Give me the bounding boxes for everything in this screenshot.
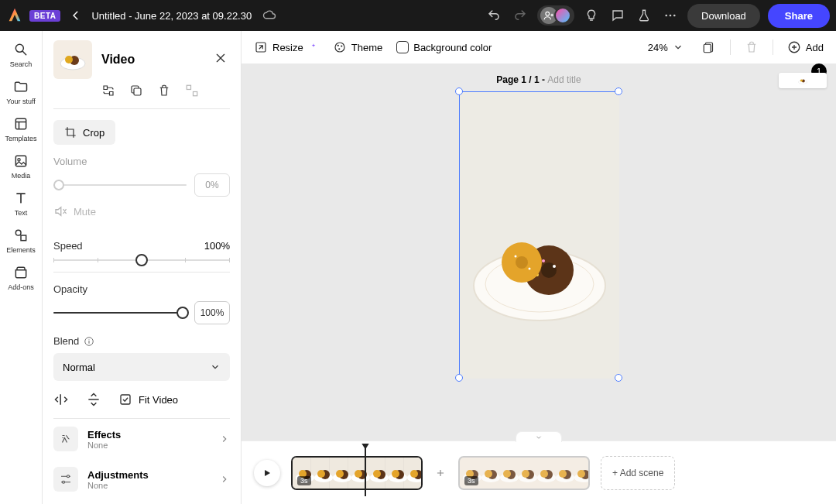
svg-point-33: [800, 79, 803, 81]
opacity-value[interactable]: 100%: [194, 301, 230, 324]
back-button[interactable]: [67, 6, 85, 25]
flip-vertical-icon[interactable]: [86, 392, 101, 407]
close-panel-button[interactable]: [214, 52, 230, 67]
timeline-clip[interactable]: 3s: [458, 456, 590, 490]
rail-addons[interactable]: Add-ons: [0, 265, 42, 291]
crop-button[interactable]: Crop: [53, 120, 115, 145]
resize-icon: [254, 40, 268, 54]
flip-horizontal-icon[interactable]: [53, 392, 69, 407]
svg-rect-9: [21, 235, 26, 241]
sparkle-icon: [308, 42, 319, 53]
replace-media-icon[interactable]: [101, 84, 117, 99]
timeline: 3s 3s: [242, 441, 836, 504]
svg-point-1: [665, 15, 667, 17]
plus-circle-icon: [787, 40, 801, 54]
rail-search[interactable]: Search: [0, 42, 42, 68]
rail-templates[interactable]: Templates: [0, 116, 42, 142]
theme-button[interactable]: Theme: [333, 40, 382, 54]
svg-point-25: [337, 45, 338, 46]
download-button[interactable]: Download: [687, 4, 760, 28]
add-label: Add: [806, 42, 824, 53]
chevron-down-icon: [673, 42, 684, 53]
panel-title: Video: [101, 53, 205, 67]
lightbulb-icon[interactable]: [582, 6, 601, 25]
collaborator-avatars[interactable]: [537, 5, 574, 26]
properties-panel: Video Crop Volume 0%: [43, 31, 242, 504]
document-title[interactable]: Untitled - June 22, 2023 at 09.22.30: [91, 10, 252, 22]
pages-icon[interactable]: [702, 40, 716, 54]
bg-color-button[interactable]: Background color: [396, 41, 492, 53]
rail-your-stuff[interactable]: Your stuff: [0, 79, 42, 105]
opacity-label: Opacity: [53, 283, 230, 295]
fit-video-button[interactable]: Fit Video: [118, 393, 178, 406]
timeline-play-button[interactable]: [254, 460, 280, 486]
adjustments-sub: None: [87, 481, 210, 490]
redo-button[interactable]: [511, 6, 529, 25]
rail-elements[interactable]: Elements: [0, 228, 42, 254]
svg-point-84: [559, 470, 567, 478]
resize-handle[interactable]: [615, 374, 622, 382]
page-label[interactable]: Page 1 / 1 - Add title: [496, 74, 581, 85]
chevron-down-icon: [210, 362, 221, 372]
mute-icon: [53, 204, 67, 218]
rail-media[interactable]: Media: [0, 153, 42, 180]
chevron-right-icon: [219, 474, 230, 485]
left-rail: Search Your stuff Templates Media Text E…: [0, 31, 43, 504]
page-title-placeholder: Add title: [547, 74, 581, 85]
delete-page-icon[interactable]: [745, 40, 759, 54]
svg-rect-34: [460, 92, 619, 379]
comment-icon[interactable]: [608, 6, 627, 25]
canvas-area: Resize Theme Background color 24%: [242, 31, 836, 504]
speed-label: Speed: [53, 240, 83, 252]
playhead[interactable]: [365, 448, 366, 496]
svg-point-72: [485, 470, 492, 478]
theme-icon: [333, 40, 347, 54]
duplicate-icon[interactable]: [129, 84, 145, 99]
cloud-sync-icon: [262, 9, 276, 22]
svg-point-40: [553, 265, 556, 268]
stage[interactable]: Page 1 / 1 - Add title 1: [242, 63, 836, 441]
rail-your-stuff-label: Your stuff: [6, 98, 36, 105]
undo-button[interactable]: [485, 6, 503, 25]
rail-search-label: Search: [10, 60, 33, 68]
info-icon[interactable]: [84, 336, 94, 347]
blend-value: Normal: [63, 362, 95, 373]
speed-slider[interactable]: [53, 259, 230, 261]
rail-text[interactable]: Text: [0, 190, 42, 217]
opacity-slider[interactable]: [53, 312, 187, 314]
resize-button[interactable]: Resize: [254, 40, 319, 54]
volume-value: 0%: [194, 173, 230, 197]
rail-templates-label: Templates: [5, 135, 36, 142]
effects-sub: None: [87, 441, 210, 450]
svg-point-24: [335, 43, 344, 52]
delete-icon[interactable]: [157, 84, 173, 99]
svg-point-26: [341, 45, 342, 46]
add-between-clips-button[interactable]: [433, 466, 447, 480]
add-scene-button[interactable]: + Add scene: [601, 456, 675, 490]
resize-handle[interactable]: [615, 87, 622, 95]
beaker-icon[interactable]: [635, 6, 653, 25]
resize-handle[interactable]: [455, 87, 463, 95]
svg-point-3: [673, 15, 676, 17]
svg-rect-29: [704, 44, 711, 53]
zoom-control[interactable]: 24%: [648, 42, 684, 53]
animation-accordion[interactable]: AnimationNone: [43, 499, 241, 504]
timeline-collapse-toggle[interactable]: [516, 431, 562, 442]
svg-point-19: [63, 481, 65, 483]
adjustments-accordion[interactable]: AdjustmentsNone: [43, 459, 241, 499]
volume-slider[interactable]: [53, 184, 187, 186]
chevron-down-icon: [533, 434, 544, 441]
mute-toggle[interactable]: Mute: [53, 204, 230, 218]
add-button[interactable]: Add: [787, 40, 824, 54]
resize-handle[interactable]: [455, 374, 463, 382]
page-thumbnail[interactable]: [779, 73, 827, 88]
ungroup-icon[interactable]: [185, 84, 200, 99]
timeline-clip[interactable]: 3s: [291, 456, 423, 490]
artboard[interactable]: [459, 91, 618, 378]
more-icon[interactable]: [661, 6, 680, 25]
crop-label: Crop: [83, 127, 104, 139]
effects-accordion[interactable]: EffectsNone: [43, 419, 241, 459]
share-button[interactable]: Share: [768, 4, 830, 28]
blend-select[interactable]: Normal: [53, 353, 230, 381]
resize-label: Resize: [272, 42, 303, 53]
